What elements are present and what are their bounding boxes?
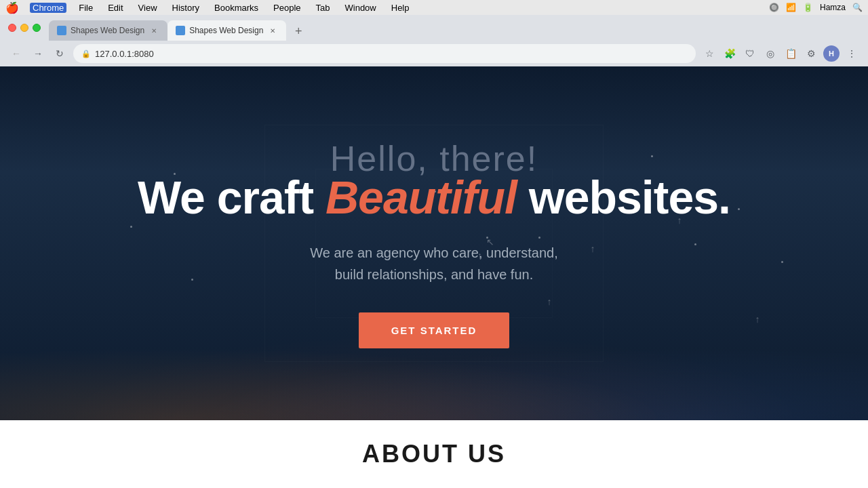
wifi-icon[interactable]: 📶	[786, 3, 796, 12]
tab-title-2: Shapes Web Design	[189, 26, 263, 35]
menubar-window[interactable]: Window	[342, 3, 379, 13]
bookmark-icon[interactable]: ☆	[701, 45, 717, 62]
hero-title-after: websites.	[517, 171, 730, 223]
hero-title-before: We craft	[138, 171, 326, 223]
tab-title-1: Shapes Web Design	[71, 26, 144, 35]
macos-menubar: 🍎 Chrome File Edit View History Bookmark…	[0, 0, 868, 15]
menubar-bookmarks[interactable]: Bookmarks	[212, 3, 261, 13]
apple-menu[interactable]: 🍎	[5, 1, 19, 14]
traffic-lights	[8, 24, 41, 32]
hero-desc-line1: We are an agency who care, understand,	[310, 245, 557, 260]
tab-close-1[interactable]: ✕	[149, 25, 159, 36]
hero-title: We craft Beautiful websites.	[138, 172, 730, 223]
control-center-icon[interactable]: 🔘	[769, 3, 779, 12]
close-button[interactable]	[8, 24, 16, 32]
maximize-button[interactable]	[33, 24, 41, 32]
menubar-file[interactable]: File	[76, 3, 96, 13]
hero-section: ↑ ↖ ↑ ↑ ↑ ↑ Hello, there! We craft Beaut…	[0, 66, 868, 420]
url-bar[interactable]: 🔒 127.0.0.1:8080	[73, 44, 696, 63]
extension-icon-5[interactable]: ⚙	[803, 45, 819, 62]
addressbar: ← → ↻ 🔒 127.0.0.1:8080 ☆ 🧩 🛡 ◎ 📋 ⚙ H ⋮	[0, 41, 868, 66]
hero-description: We are an agency who care, understand, b…	[138, 242, 730, 285]
hero-cta: GET STARTED	[138, 312, 730, 348]
minimize-button[interactable]	[20, 24, 28, 32]
menubar-right-icons: 🔘 📶 🔋 Hamza 🔍	[769, 3, 863, 12]
tab-favicon-2	[176, 26, 185, 35]
battery-icon[interactable]: 🔋	[803, 3, 813, 12]
extension-icon-2[interactable]: 🛡	[742, 45, 758, 62]
hero-desc-line2: build relationships, and have fun.	[335, 267, 533, 282]
back-button[interactable]: ←	[8, 45, 24, 62]
user-name[interactable]: Hamza	[820, 3, 846, 12]
about-title: ABOUT US	[362, 440, 506, 468]
extension-icon-1[interactable]: 🧩	[722, 45, 738, 62]
menubar-chrome[interactable]: Chrome	[30, 3, 66, 13]
url-text: 127.0.0.1:8080	[95, 49, 154, 59]
new-tab-button[interactable]: +	[289, 22, 308, 41]
tab-2[interactable]: Shapes Web Design ✕	[167, 20, 286, 41]
chrome-frame: Shapes Web Design ✕ Shapes Web Design ✕ …	[0, 15, 868, 66]
hero-title-highlight: Beautiful	[326, 171, 517, 223]
forward-button[interactable]: →	[30, 45, 46, 62]
tab-close-2[interactable]: ✕	[267, 25, 278, 36]
extension-icon-4[interactable]: 📋	[783, 45, 799, 62]
menubar-tab[interactable]: Tab	[313, 3, 333, 13]
user-avatar[interactable]: H	[823, 45, 840, 62]
menubar-help[interactable]: Help	[389, 3, 412, 13]
hero-content: Hello, there! We craft Beautiful website…	[138, 138, 730, 348]
menubar-view[interactable]: View	[136, 3, 160, 13]
reload-button[interactable]: ↻	[52, 45, 68, 62]
chrome-menu-icon[interactable]: ⋮	[844, 45, 860, 62]
titlebar: Shapes Web Design ✕ Shapes Web Design ✕ …	[0, 15, 868, 41]
about-section: ABOUT US	[0, 420, 868, 488]
url-security-icon: 🔒	[81, 49, 91, 58]
tab-1[interactable]: Shapes Web Design ✕	[49, 20, 167, 41]
extension-icon-3[interactable]: ◎	[762, 45, 778, 62]
webpage: ↑ ↖ ↑ ↑ ↑ ↑ Hello, there! We craft Beaut…	[0, 66, 868, 488]
menubar-history[interactable]: History	[170, 3, 202, 13]
menubar-edit[interactable]: Edit	[105, 3, 125, 13]
tabs-area: Shapes Web Design ✕ Shapes Web Design ✕ …	[49, 15, 860, 41]
tab-favicon-1	[57, 26, 66, 35]
menubar-people[interactable]: People	[271, 3, 303, 13]
toolbar-icons: ☆ 🧩 🛡 ◎ 📋 ⚙ H ⋮	[701, 45, 860, 62]
get-started-button[interactable]: GET STARTED	[359, 312, 510, 348]
search-icon[interactable]: 🔍	[852, 3, 863, 12]
